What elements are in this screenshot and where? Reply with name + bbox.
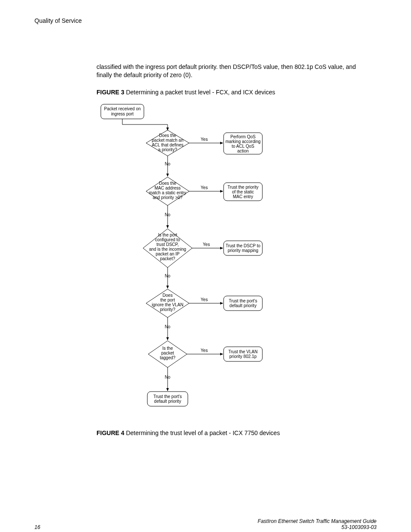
d4-t2: the port <box>160 298 175 302</box>
a2-t2: of the static <box>232 190 254 194</box>
d1-t4: a priority? <box>158 147 177 152</box>
d2-t3: match a static entry <box>149 190 187 195</box>
d2-no: No <box>165 212 171 217</box>
figure4-text: Determining the trust level of a packet … <box>125 429 280 436</box>
figure3-label: FIGURE 3 <box>97 89 125 96</box>
d3-t1: Is the port <box>158 233 177 237</box>
a5-t1: Trust the VLAN <box>228 349 258 354</box>
d5-no: No <box>165 375 171 380</box>
body-paragraph: classified with the ingress port default… <box>97 63 364 79</box>
d3-t5: packet an IP <box>156 252 180 256</box>
footer-title: FastIron Ethernet Switch Traffic Managem… <box>258 518 377 524</box>
d5-t3: tagged? <box>160 355 176 360</box>
a1-t1: Perform QoS <box>230 134 256 139</box>
a4-t1: Trust the port's <box>229 299 257 303</box>
d3-t3: trust DSCP, <box>156 242 179 247</box>
d1-t1: Does the <box>159 133 176 138</box>
d5-t1: Is the <box>162 346 173 351</box>
d3-t6: packet? <box>160 256 175 261</box>
d4-t4: priority? <box>160 307 175 312</box>
flowchart-svg: Packet received on ingress port Does the… <box>97 101 269 422</box>
d1-yes: Yes <box>201 137 208 142</box>
d2-yes: Yes <box>201 185 208 190</box>
d1-t2: packet match an <box>152 138 183 143</box>
d3-no: No <box>165 274 171 278</box>
a5-t2: priority 802.1p <box>229 354 257 359</box>
d3-yes: Yes <box>203 242 210 247</box>
a2-t3: MAC entry <box>233 194 253 199</box>
a3-t2: priority mapping <box>227 248 258 253</box>
a1-t4: action <box>237 149 249 153</box>
content-area: classified with the ingress port default… <box>97 63 364 436</box>
header-title: Quality of Service <box>34 17 82 24</box>
d2-t4: and priority >0? <box>153 195 183 200</box>
page-header: Quality of Service <box>34 17 377 24</box>
footer-right: FastIron Ethernet Switch Traffic Managem… <box>258 518 377 530</box>
d5-t2: packet <box>161 351 174 355</box>
figure3-caption: FIGURE 3 Determining a packet trust leve… <box>97 89 364 96</box>
end-t1: Trust the port's <box>153 394 182 399</box>
start-text1: Packet received on <box>104 106 140 111</box>
a3-t1: Trust the DSCP to <box>226 243 261 248</box>
a1-t2: marking according <box>225 139 261 144</box>
d4-yes: Yes <box>201 297 208 302</box>
figure4-label: FIGURE 4 <box>97 429 125 436</box>
d1-t3: ACL that defines <box>152 143 184 147</box>
d3-t4: and is the incoming <box>149 247 186 252</box>
a2-t1: Trust the priority <box>227 185 258 190</box>
figure4-caption: FIGURE 4 Determining the trust level of … <box>97 429 364 436</box>
footer-docnum: 53-1003093-03 <box>258 524 377 530</box>
d1-no: No <box>165 162 171 166</box>
d4-no: No <box>165 324 171 329</box>
end-t2: default priority <box>154 399 181 404</box>
a1-t3: to ACL QoS <box>232 144 255 149</box>
d2-t1: Does the <box>159 181 176 186</box>
page-container: Quality of Service classified with the i… <box>0 0 411 532</box>
d3-t2: configured to <box>155 237 180 242</box>
d4-t3: ignore the VLAN <box>152 302 183 307</box>
start-text2: ingress port <box>111 112 134 116</box>
page-number: 16 <box>34 524 40 530</box>
page-footer: 16 FastIron Ethernet Switch Traffic Mana… <box>34 518 377 530</box>
a4-t2: default priority <box>230 303 257 308</box>
figure3-text: Determining a packet trust level - FCX, … <box>125 89 275 96</box>
d2-t2: MAC address <box>155 186 181 190</box>
flowchart-figure3: Packet received on ingress port Does the… <box>97 101 364 422</box>
d4-t1: Does <box>162 293 172 298</box>
d5-yes: Yes <box>201 348 208 353</box>
